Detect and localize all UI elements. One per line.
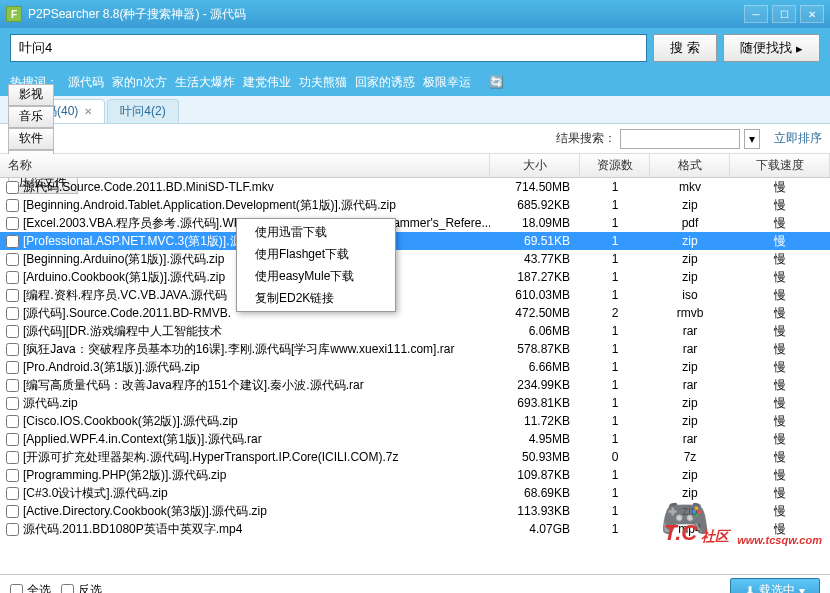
table-row[interactable]: [源代码].Source.Code.2011.BD-RMVB.472.50MB2… (0, 304, 830, 322)
hotword-link[interactable]: 建党伟业 (243, 75, 291, 89)
table-row[interactable]: [Applied.WPF.4.in.Context(第1版)].源代码.rar4… (0, 430, 830, 448)
row-checkbox[interactable] (6, 361, 19, 374)
row-size: 11.72KB (490, 414, 580, 428)
row-speed: 慢 (730, 395, 830, 412)
hotword-link[interactable]: 回家的诱惑 (355, 75, 415, 89)
row-checkbox[interactable] (6, 253, 19, 266)
select-all-input[interactable] (10, 584, 23, 593)
column-format[interactable]: 格式 (650, 154, 730, 177)
results-table: 名称 大小 资源数 格式 下载速度 源代码.Source.Code.2011.B… (0, 154, 830, 574)
search-button[interactable]: 搜 索 (653, 34, 717, 62)
row-size: 50.93MB (490, 450, 580, 464)
hotword-link[interactable]: 极限幸运 (423, 75, 471, 89)
table-row[interactable]: [Beginning.Android.Tablet.Application.De… (0, 196, 830, 214)
table-row[interactable]: 源代码.zip693.81KB1zip慢 (0, 394, 830, 412)
random-search-button[interactable]: 随便找找 ▸ (723, 34, 820, 62)
result-search-label: 结果搜索： (556, 130, 616, 147)
maximize-button[interactable]: ☐ (772, 5, 796, 23)
row-sources: 1 (580, 288, 650, 302)
row-speed: 慢 (730, 431, 830, 448)
table-row[interactable]: 源代码.2011.BD1080P英语中英双字.mp44.07GB1mp4慢 (0, 520, 830, 538)
row-checkbox[interactable] (6, 469, 19, 482)
table-row[interactable]: [Beginning.Arduino(第1版)].源代码.zip43.77KB1… (0, 250, 830, 268)
table-row[interactable]: [Programming.PHP(第2版)].源代码.zip109.87KB1z… (0, 466, 830, 484)
table-row[interactable]: [疯狂Java：突破程序员基本功的16课].李刚.源代码[学习库www.xuex… (0, 340, 830, 358)
row-checkbox[interactable] (6, 325, 19, 338)
row-checkbox[interactable] (6, 451, 19, 464)
table-row[interactable]: 源代码.Source.Code.2011.BD.MiniSD-TLF.mkv71… (0, 178, 830, 196)
dropdown-icon[interactable]: ▾ (744, 129, 760, 149)
menu-thunder-download[interactable]: 使用迅雷下载 (239, 221, 393, 243)
column-size[interactable]: 大小 (490, 154, 580, 177)
filter-button[interactable]: 软件 (8, 128, 54, 150)
filter-button[interactable]: 音乐 (8, 106, 54, 128)
row-checkbox[interactable] (6, 415, 19, 428)
invert-input[interactable] (61, 584, 74, 593)
row-speed: 慢 (730, 503, 830, 520)
row-speed: 慢 (730, 197, 830, 214)
refresh-icon[interactable]: 🔄 (489, 75, 504, 89)
sort-link[interactable]: 立即排序 (774, 130, 822, 147)
menu-copy-ed2k[interactable]: 复制ED2K链接 (239, 287, 393, 309)
hotword-link[interactable]: 家的n次方 (112, 75, 167, 89)
minimize-button[interactable]: ─ (744, 5, 768, 23)
column-speed[interactable]: 下载速度 (730, 154, 830, 177)
invert-label: 反选 (78, 582, 102, 593)
table-row[interactable]: [Professional.ASP.NET.MVC.3(第1版)].源代码69.… (0, 232, 830, 250)
row-filename: [开源可扩充处理器架构.源代码].HyperTransport.IP.Core(… (23, 449, 398, 466)
hotword-link[interactable]: 生活大爆炸 (175, 75, 235, 89)
row-checkbox[interactable] (6, 199, 19, 212)
row-checkbox[interactable] (6, 307, 19, 320)
table-row[interactable]: [Excel.2003.VBA.程序员参考.源代码].WROX-Excel_20… (0, 214, 830, 232)
row-checkbox[interactable] (6, 523, 19, 536)
row-checkbox[interactable] (6, 181, 19, 194)
row-sources: 1 (580, 504, 650, 518)
invert-checkbox[interactable]: 反选 (61, 582, 102, 593)
search-input[interactable] (10, 34, 647, 62)
table-row[interactable]: [Pro.Android.3(第1版)].源代码.zip6.66MB1zip慢 (0, 358, 830, 376)
row-checkbox[interactable] (6, 343, 19, 356)
table-body[interactable]: 源代码.Source.Code.2011.BD.MiniSD-TLF.mkv71… (0, 178, 830, 574)
row-checkbox[interactable] (6, 505, 19, 518)
close-button[interactable]: ✕ (800, 5, 824, 23)
row-sources: 1 (580, 252, 650, 266)
row-filename: [编程.资料.程序员.VC.VB.JAVA.源代码 (23, 287, 227, 304)
column-sources[interactable]: 资源数 (580, 154, 650, 177)
table-row[interactable]: [Arduino.Cookbook(第1版)].源代码.zip187.27KB1… (0, 268, 830, 286)
menu-flashget-download[interactable]: 使用Flashget下载 (239, 243, 393, 265)
table-row[interactable]: [C#3.0设计模式].源代码.zip68.69KB1zip慢 (0, 484, 830, 502)
row-format: zip (650, 360, 730, 374)
menu-easymule-download[interactable]: 使用easyMule下载 (239, 265, 393, 287)
row-checkbox[interactable] (6, 433, 19, 446)
tab-close-icon[interactable]: ✕ (84, 106, 92, 117)
result-search-input[interactable] (620, 129, 740, 149)
select-all-checkbox[interactable]: 全选 (10, 582, 51, 593)
row-speed: 慢 (730, 179, 830, 196)
chevron-right-icon: ▸ (796, 41, 803, 56)
table-row[interactable]: [源代码][DR.游戏编程中人工智能技术6.06MB1rar慢 (0, 322, 830, 340)
column-name[interactable]: 名称 (0, 154, 490, 177)
row-format: zip (650, 252, 730, 266)
row-checkbox[interactable] (6, 271, 19, 284)
table-row[interactable]: [Cisco.IOS.Cookbook(第2版)].源代码.zip11.72KB… (0, 412, 830, 430)
row-speed: 慢 (730, 287, 830, 304)
row-checkbox[interactable] (6, 235, 19, 248)
hotword-link[interactable]: 功夫熊猫 (299, 75, 347, 89)
row-checkbox[interactable] (6, 397, 19, 410)
tab-ipman4[interactable]: 叶问4(2) (107, 99, 178, 123)
row-checkbox[interactable] (6, 217, 19, 230)
row-checkbox[interactable] (6, 379, 19, 392)
row-checkbox[interactable] (6, 487, 19, 500)
table-row[interactable]: [编写高质量代码：改善Java程序的151个建议].秦小波.源代码.rar234… (0, 376, 830, 394)
select-all-label: 全选 (27, 582, 51, 593)
table-row[interactable]: [编程.资料.程序员.VC.VB.JAVA.源代码610.03MB1iso慢 (0, 286, 830, 304)
filter-button[interactable]: 影视 (8, 84, 54, 106)
row-size: 68.69KB (490, 486, 580, 500)
row-sources: 1 (580, 324, 650, 338)
download-selected-button[interactable]: ⬇ 载选中 ▾ (730, 578, 820, 594)
row-size: 6.66MB (490, 360, 580, 374)
row-checkbox[interactable] (6, 289, 19, 302)
table-row[interactable]: [Active.Directory.Cookbook(第3版)].源代码.zip… (0, 502, 830, 520)
row-speed: 慢 (730, 233, 830, 250)
table-row[interactable]: [开源可扩充处理器架构.源代码].HyperTransport.IP.Core(… (0, 448, 830, 466)
